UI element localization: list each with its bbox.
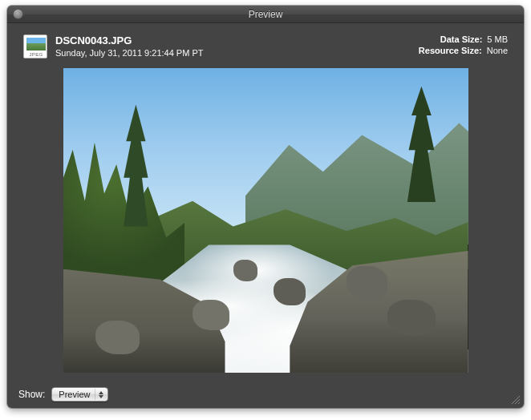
preview-window: Preview JPEG DSCN0043.JPG Sunday, July 3… [7,6,524,408]
data-size-value: 5 MB [487,34,508,44]
size-meta: Data Size:5 MB Resource Size:None [419,34,508,57]
file-icon-format-label: JPEG [24,52,47,57]
file-name: DSCN0043.JPG [55,34,419,46]
show-popup-button[interactable]: Preview [51,387,108,402]
content-area: JPEG DSCN0043.JPG Sunday, July 31, 2011 … [7,23,524,384]
close-button[interactable] [13,9,23,19]
file-header: JPEG DSCN0043.JPG Sunday, July 31, 2011 … [23,34,508,60]
file-meta: DSCN0043.JPG Sunday, July 31, 2011 9:21:… [55,34,419,58]
window-title: Preview [249,9,283,20]
svg-line-2 [518,402,520,404]
titlebar: Preview [7,6,524,23]
file-date: Sunday, July 31, 2011 9:21:44 PM PT [55,48,419,58]
jpeg-file-icon: JPEG [23,34,49,60]
show-popup-value: Preview [59,390,95,399]
resize-grip-icon[interactable] [509,394,521,405]
data-size-label: Data Size: [440,34,483,44]
resource-size-label: Resource Size: [419,46,482,55]
show-label: Show: [18,389,45,400]
preview-image [63,68,468,373]
updown-arrows-icon [95,389,104,400]
resource-size-value: None [487,46,508,55]
image-preview-area [23,68,508,378]
footer-bar: Show: Preview [7,384,524,408]
